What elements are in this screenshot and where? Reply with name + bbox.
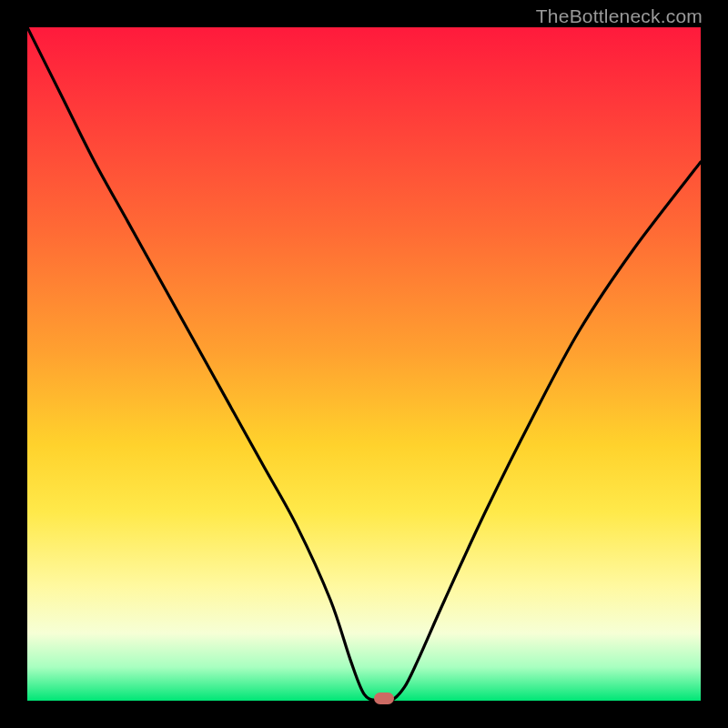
bottleneck-curve xyxy=(27,27,701,701)
plot-area xyxy=(27,27,701,701)
chart-frame: TheBottleneck.com xyxy=(0,0,728,728)
watermark-text: TheBottleneck.com xyxy=(536,5,703,27)
optimal-point-marker xyxy=(374,693,394,704)
